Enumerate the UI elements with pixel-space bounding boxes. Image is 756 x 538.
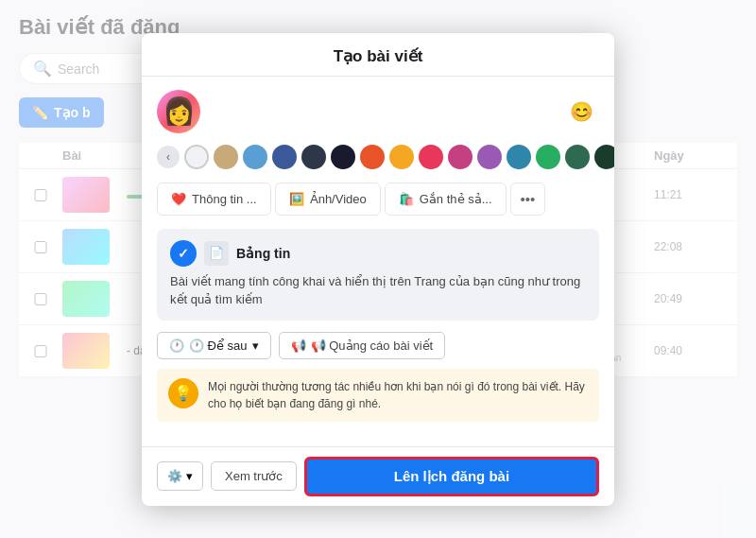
color-swatch[interactable] xyxy=(448,145,472,169)
tip-text: Mọi người thường tương tác nhiều hơn khi… xyxy=(208,378,588,412)
page-icon: 📄 xyxy=(204,241,229,266)
bottom-actions: ⚙️ ▾ Xem trước Lên lịch đăng bài xyxy=(142,446,614,506)
gear-icon: ⚙️ xyxy=(167,469,182,483)
heart-icon: ❤️ xyxy=(171,192,186,206)
photo-video-button[interactable]: 🖼️ Ảnh/Video xyxy=(275,182,381,216)
tip-row: 💡 Mọi người thường tương tác nhiều hơn k… xyxy=(157,369,599,422)
bag-icon: 🛍️ xyxy=(399,192,414,206)
color-swatch[interactable] xyxy=(272,145,297,169)
color-swatch[interactable] xyxy=(507,145,531,169)
photo-icon: 🖼️ xyxy=(289,192,304,206)
color-swatch[interactable] xyxy=(243,145,267,169)
tag-button[interactable]: 🛍️ Gắn thẻ sả... xyxy=(385,182,507,216)
preview-button[interactable]: Xem trước xyxy=(211,461,297,491)
news-feed-section: ✓ 📄 Bảng tin Bài viết mang tính công kha… xyxy=(157,229,599,321)
create-post-modal: Tạo bài viết 👩 😊 ‹ xyxy=(142,33,614,506)
megaphone-icon: 📢 xyxy=(291,338,306,353)
chevron-down-icon: ▾ xyxy=(252,338,259,353)
color-swatch[interactable] xyxy=(360,145,385,169)
settings-chevron-icon: ▾ xyxy=(186,469,193,483)
action-buttons: ❤️ Thông tin ... 🖼️ Ảnh/Video 🛍️ Gắn thẻ… xyxy=(157,182,599,216)
color-swatch[interactable] xyxy=(214,145,238,169)
modal-header: Tạo bài viết xyxy=(142,33,614,77)
checkmark-icon: ✓ xyxy=(170,240,197,267)
modal-body: 👩 😊 ‹ xyxy=(142,77,614,446)
avatar-row: 👩 😊 xyxy=(157,90,599,133)
color-swatch[interactable] xyxy=(389,145,414,169)
color-swatch[interactable] xyxy=(419,145,443,169)
ads-button[interactable]: 📢 📢 Quảng cáo bài viết xyxy=(279,332,446,359)
defer-button[interactable]: 🕐 🕐 Để sau ▾ xyxy=(157,332,271,359)
color-swatch[interactable] xyxy=(594,145,614,169)
avatar: 👩 xyxy=(157,90,200,133)
clock-icon: 🕐 xyxy=(169,338,184,353)
modal-title: Tạo bài viết xyxy=(161,46,595,66)
color-swatch[interactable] xyxy=(184,145,209,169)
settings-button[interactable]: ⚙️ ▾ xyxy=(157,461,203,491)
color-swatch[interactable] xyxy=(331,145,355,169)
schedule-post-button[interactable]: Lên lịch đăng bài xyxy=(304,457,599,496)
color-swatch[interactable] xyxy=(301,145,326,169)
color-swatch[interactable] xyxy=(565,145,590,169)
news-feed-text: Bài viết mang tính công khai và hiển thị… xyxy=(170,272,586,309)
color-swatch[interactable] xyxy=(477,145,502,169)
palette-prev-button[interactable]: ‹ xyxy=(157,146,180,168)
more-button[interactable]: ••• xyxy=(510,182,546,216)
news-feed-title: ✓ 📄 Bảng tin xyxy=(170,240,586,267)
lightbulb-icon: 💡 xyxy=(168,378,198,408)
color-swatch[interactable] xyxy=(536,145,560,169)
emoji-icon[interactable]: 😊 xyxy=(570,100,593,123)
color-palette: ‹ xyxy=(157,145,599,169)
schedule-row: 🕐 🕐 Để sau ▾ 📢 📢 Quảng cáo bài viết xyxy=(157,332,599,359)
info-button[interactable]: ❤️ Thông tin ... xyxy=(157,182,271,216)
modal-overlay: Tạo bài viết 👩 😊 ‹ xyxy=(0,0,756,538)
